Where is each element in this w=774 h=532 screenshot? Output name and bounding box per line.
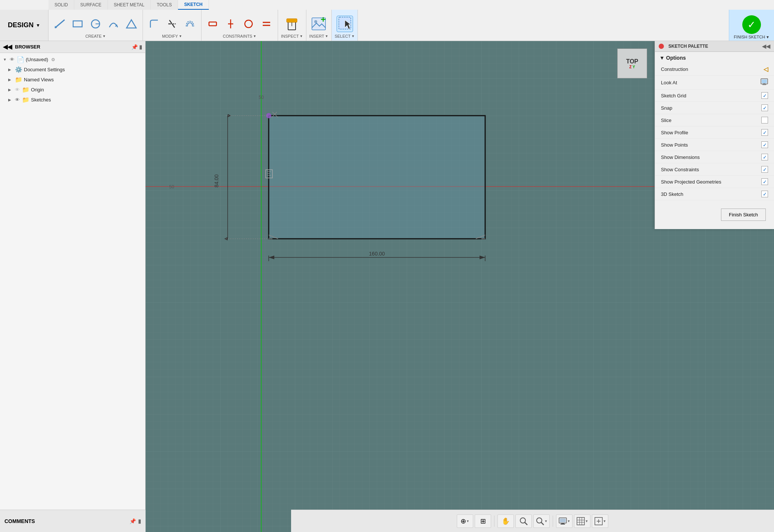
inspect-caret: ▼ bbox=[300, 34, 303, 38]
grid-toggle-btn[interactable]: ▼ bbox=[574, 514, 590, 528]
eye-icon-sketches[interactable]: 👁 bbox=[15, 97, 20, 103]
inspect-icons bbox=[284, 11, 300, 33]
modify-caret: ▼ bbox=[179, 34, 182, 38]
expand-named-views[interactable]: ▶ bbox=[8, 78, 13, 82]
construction-icon[interactable]: ◁ bbox=[764, 66, 768, 73]
comments-collapse-icon[interactable]: ▮ bbox=[138, 518, 141, 524]
modify-label[interactable]: MODIFY ▼ bbox=[162, 34, 182, 39]
palette-row-slice[interactable]: Slice bbox=[655, 114, 774, 126]
show-dimensions-label: Show Dimensions bbox=[661, 154, 758, 160]
canvas-area[interactable]: 84.00 160.00 50 50 bbox=[146, 41, 774, 532]
palette-finish-sketch-button[interactable]: Finish Sketch bbox=[721, 209, 766, 221]
svg-rect-1 bbox=[73, 21, 82, 27]
svg-rect-70 bbox=[561, 524, 565, 525]
tree-item-unsaved[interactable]: ▼ 👁 📄 (Unsaved) ⚙ bbox=[0, 54, 145, 65]
tree-item-named-views[interactable]: ▶ 📁 Named Views bbox=[0, 75, 145, 85]
sidebar-tree: ▼ 👁 📄 (Unsaved) ⚙ ▶ ⚙️ Document Settings… bbox=[0, 53, 145, 532]
palette-row-look-at[interactable]: Look At bbox=[655, 76, 774, 90]
show-profile-checkbox[interactable]: ✓ bbox=[761, 129, 768, 136]
rectangle-tool[interactable] bbox=[69, 16, 86, 32]
comments-icons: 📌 ▮ bbox=[129, 518, 141, 524]
palette-row-construction[interactable]: Construction ◁ bbox=[655, 63, 774, 76]
inspect-label[interactable]: INSPECT ▼ bbox=[281, 34, 303, 39]
3d-sketch-checkbox[interactable]: ✓ bbox=[761, 191, 768, 197]
view-options-btn[interactable]: ▼ bbox=[592, 514, 608, 528]
sidebar-collapse-icon[interactable]: ▮ bbox=[139, 44, 142, 50]
zoom-btn[interactable] bbox=[515, 514, 532, 528]
horizontal-constraint[interactable] bbox=[205, 16, 221, 32]
palette-row-show-projected[interactable]: Show Projected Geometries ✓ bbox=[655, 176, 774, 188]
palette-header-icons: ◀◀ bbox=[762, 43, 770, 49]
expand-doc-settings[interactable]: ▶ bbox=[8, 68, 13, 72]
fillet-tool[interactable] bbox=[146, 16, 162, 32]
circle-constraint[interactable] bbox=[240, 16, 257, 32]
select-icons bbox=[337, 11, 353, 33]
options-section-title[interactable]: ▼ Options bbox=[655, 52, 774, 63]
palette-row-show-dimensions[interactable]: Show Dimensions ✓ bbox=[655, 151, 774, 163]
pan-btn[interactable]: ✋ bbox=[497, 514, 514, 528]
circle-tool[interactable] bbox=[87, 16, 104, 32]
palette-row-show-points[interactable]: Show Points ✓ bbox=[655, 139, 774, 151]
tree-item-sketches[interactable]: ▶ 👁 📁 Sketches bbox=[0, 95, 145, 105]
tree-item-origin[interactable]: ▶ 👁 📁 Origin bbox=[0, 85, 145, 95]
expand-unsaved[interactable]: ▼ bbox=[3, 57, 8, 62]
insert-image[interactable] bbox=[310, 16, 327, 32]
palette-row-show-profile[interactable]: Show Profile ✓ bbox=[655, 126, 774, 139]
display-mode-btn[interactable]: ▼ bbox=[556, 514, 572, 528]
tab-solid[interactable]: SOLID bbox=[49, 0, 74, 10]
tab-tools[interactable]: TOOLS bbox=[151, 0, 178, 10]
tab-sheet-metal[interactable]: SHEET METAL bbox=[108, 0, 151, 10]
select-section: SELECT ▼ bbox=[332, 10, 358, 41]
unsaved-settings-icon[interactable]: ⚙ bbox=[51, 57, 55, 62]
palette-expand-icon[interactable]: ◀◀ bbox=[762, 43, 770, 49]
sketch-grid-checkbox[interactable]: ✓ bbox=[761, 92, 768, 99]
eye-icon-unsaved[interactable]: 👁 bbox=[10, 57, 15, 62]
design-button[interactable]: DESIGN ▼ bbox=[0, 10, 49, 41]
tab-sketch[interactable]: SKETCH bbox=[178, 0, 209, 10]
slice-checkbox[interactable] bbox=[761, 117, 768, 123]
create-label[interactable]: CREATE ▼ bbox=[85, 34, 106, 39]
svg-rect-60 bbox=[762, 79, 767, 83]
eye-icon-origin[interactable]: 👁 bbox=[15, 87, 20, 93]
measure-tool[interactable] bbox=[284, 16, 300, 32]
select-label[interactable]: SELECT ▼ bbox=[335, 34, 355, 39]
offset-tool[interactable] bbox=[182, 16, 198, 32]
design-label: DESIGN bbox=[8, 21, 34, 29]
finish-sketch-button[interactable]: ✓ FINISH SKETCH ▼ bbox=[729, 10, 774, 41]
options-caret: ▼ bbox=[659, 55, 665, 61]
view-cube[interactable]: TOP Z Y bbox=[617, 48, 647, 78]
svg-marker-4 bbox=[127, 20, 136, 28]
sidebar-back-arrow[interactable]: ◀◀ bbox=[3, 43, 12, 50]
trim-tool[interactable] bbox=[164, 16, 180, 32]
orbit-btn[interactable]: ⊕ ▼ bbox=[457, 514, 473, 528]
arc-tool[interactable] bbox=[105, 16, 122, 32]
palette-row-show-constraints[interactable]: Show Constraints ✓ bbox=[655, 163, 774, 176]
tree-item-doc-settings[interactable]: ▶ ⚙️ Document Settings bbox=[0, 65, 145, 75]
select-tool[interactable] bbox=[337, 16, 353, 32]
grid-view-btn[interactable]: ⊞ bbox=[475, 514, 491, 528]
expand-sketches[interactable]: ▶ bbox=[8, 98, 13, 102]
zoom-fit-btn[interactable]: ▼ bbox=[533, 514, 550, 528]
line-tool[interactable] bbox=[52, 16, 68, 32]
show-constraints-checkbox[interactable]: ✓ bbox=[761, 166, 768, 173]
constraints-label[interactable]: CONSTRAINTS ▼ bbox=[223, 34, 256, 39]
tab-surface[interactable]: SURFACE bbox=[74, 0, 108, 10]
sidebar-pin-icon[interactable]: 📌 bbox=[131, 44, 138, 50]
show-dimensions-checkbox[interactable]: ✓ bbox=[761, 154, 768, 160]
palette-finish-area: Finish Sketch bbox=[655, 200, 774, 229]
palette-row-3d-sketch[interactable]: 3D Sketch ✓ bbox=[655, 188, 774, 200]
palette-row-sketch-grid[interactable]: Sketch Grid ✓ bbox=[655, 90, 774, 102]
show-projected-checkbox[interactable]: ✓ bbox=[761, 178, 768, 185]
insert-label[interactable]: INSERT ▼ bbox=[309, 34, 328, 39]
comments-add-icon[interactable]: 📌 bbox=[129, 518, 136, 524]
triangle-tool[interactable] bbox=[123, 16, 140, 32]
vertical-constraint[interactable] bbox=[222, 16, 239, 32]
palette-collapse-dot[interactable] bbox=[659, 44, 664, 49]
snap-checkbox[interactable]: ✓ bbox=[761, 104, 768, 111]
expand-origin[interactable]: ▶ bbox=[8, 88, 13, 92]
show-points-checkbox[interactable]: ✓ bbox=[761, 141, 768, 148]
palette-row-snap[interactable]: Snap ✓ bbox=[655, 102, 774, 114]
equal-constraint[interactable] bbox=[258, 16, 275, 32]
nav-toolbar: ⊕ ▼ ⊞ ✋ ▼ bbox=[291, 510, 774, 532]
look-at-icon[interactable] bbox=[761, 78, 768, 87]
